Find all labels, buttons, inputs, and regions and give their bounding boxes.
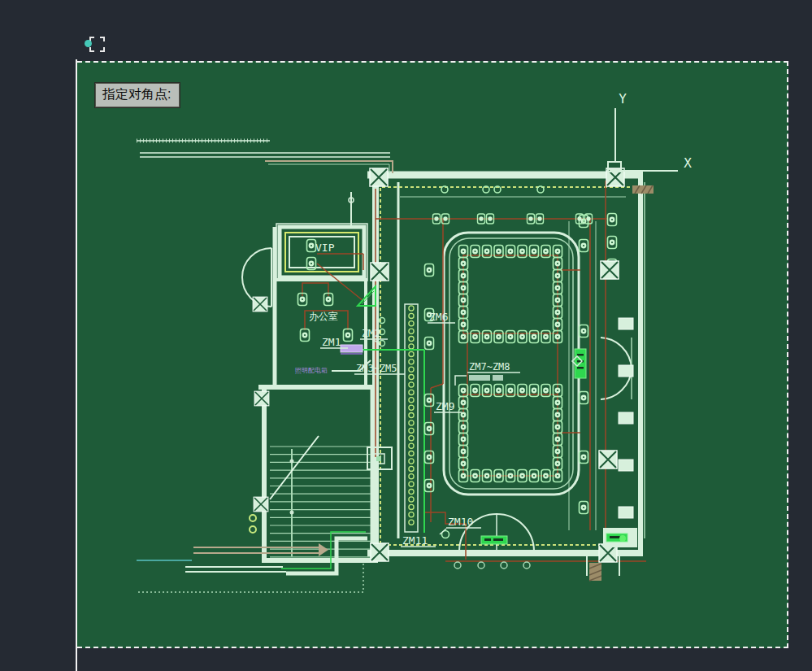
lamp-symbol bbox=[580, 502, 588, 514]
zm1-label: ZM1 bbox=[322, 336, 341, 348]
hatch-circle bbox=[409, 321, 414, 326]
lamp-symbol bbox=[580, 451, 588, 464]
lamp-symbol bbox=[425, 451, 434, 464]
column-xbox bbox=[601, 261, 619, 279]
hatch-circle bbox=[409, 375, 414, 380]
vip-label: VIP bbox=[315, 242, 335, 254]
column-xbox bbox=[371, 543, 389, 561]
lamp-symbol bbox=[530, 331, 539, 343]
lamp-symbol bbox=[425, 394, 434, 407]
command-prompt-tooltip: 指定对角点: bbox=[95, 83, 180, 107]
hatch-circle bbox=[409, 398, 414, 403]
zm6-label: ZM6 bbox=[429, 311, 448, 323]
command-prompt-text: 指定对角点: bbox=[102, 87, 171, 101]
hatch-circle bbox=[409, 459, 414, 464]
ucs-y-label: Y bbox=[619, 91, 627, 107]
lamp-symbol bbox=[425, 423, 434, 435]
ucs-icon: Y X bbox=[608, 91, 692, 172]
hatch-circle bbox=[409, 405, 414, 410]
lamp-symbol bbox=[344, 329, 353, 342]
drawing-viewport[interactable]: VIP 办公室 ZM1 ZM2 ZM3~ZM5 ZM6 ZM7~ZM8 ZM9 … bbox=[77, 61, 788, 648]
hatch-circle bbox=[409, 382, 414, 387]
lamp-symbol bbox=[518, 331, 527, 343]
lamp-symbol bbox=[506, 331, 515, 343]
window-column bbox=[619, 412, 633, 424]
column-xbox bbox=[254, 497, 268, 512]
command-area bbox=[0, 0, 812, 61]
hatch-circle bbox=[409, 420, 414, 425]
lamp-symbol bbox=[471, 331, 480, 343]
lamp-symbol bbox=[580, 240, 588, 252]
hatch-circle bbox=[409, 390, 414, 394]
northwest-corridor-lines bbox=[137, 141, 393, 227]
lamp-symbol bbox=[494, 331, 503, 343]
hatch-circle bbox=[409, 466, 414, 471]
zm3-5-label: ZM3~ZM5 bbox=[356, 363, 397, 374]
lamp-symbol bbox=[425, 338, 434, 350]
lamp-symbol bbox=[608, 237, 617, 249]
fixture-circle bbox=[537, 186, 544, 193]
floor-plan-svg: VIP 办公室 ZM1 ZM2 ZM3~ZM5 ZM6 ZM7~ZM8 ZM9 … bbox=[77, 63, 788, 650]
column-xbox bbox=[599, 451, 617, 468]
hatch-circle bbox=[409, 481, 414, 486]
cad-window: VIP 办公室 ZM1 ZM2 ZM3~ZM5 ZM6 ZM7~ZM8 ZM9 … bbox=[0, 0, 812, 671]
hatch-circle bbox=[409, 306, 414, 311]
lamp-symbol bbox=[425, 480, 434, 492]
hatch-circle bbox=[409, 428, 414, 433]
hatch-circle bbox=[409, 443, 414, 448]
panel-label: 照明配电箱 bbox=[295, 367, 328, 374]
hatch-circle bbox=[409, 497, 414, 502]
hatch-circle bbox=[409, 329, 414, 333]
lamp-symbol bbox=[301, 329, 310, 342]
hatch-circle bbox=[409, 351, 414, 356]
circle-hatch-partition bbox=[405, 304, 418, 532]
hatch-circle bbox=[409, 344, 414, 349]
inner-room bbox=[444, 233, 579, 495]
column-xbox bbox=[370, 168, 388, 186]
lamp-symbol bbox=[608, 214, 617, 226]
window-column bbox=[619, 460, 633, 471]
lamp-symbol bbox=[580, 392, 588, 404]
zm10-label: ZM10 bbox=[448, 516, 473, 528]
lamp-symbol bbox=[425, 264, 434, 277]
hatch-circle bbox=[409, 367, 414, 372]
hatched-block-northeast bbox=[632, 185, 654, 194]
lamp-symbol bbox=[541, 331, 550, 343]
lamp-symbol bbox=[483, 331, 492, 343]
column-xbox bbox=[254, 391, 269, 406]
window-column bbox=[619, 507, 633, 518]
hatch-circle bbox=[409, 512, 414, 517]
column-xbox bbox=[371, 263, 389, 281]
window-column bbox=[619, 318, 633, 329]
office-label: 办公室 bbox=[309, 311, 338, 322]
window-column bbox=[619, 365, 633, 377]
exit-sign-southeast bbox=[603, 528, 637, 547]
zm11-label: ZM11 bbox=[402, 534, 428, 547]
hatch-circle bbox=[409, 520, 414, 525]
zm2-label: ZM2 bbox=[362, 327, 380, 339]
hatch-circle bbox=[409, 337, 414, 342]
hatch-circle bbox=[409, 490, 414, 495]
column-xbox bbox=[253, 297, 267, 312]
lamp-symbol bbox=[307, 240, 316, 252]
ucs-x-label: X bbox=[684, 155, 692, 171]
hatch-circle bbox=[409, 359, 414, 364]
lamp-symbol bbox=[580, 325, 588, 338]
hatch-circle bbox=[409, 451, 414, 456]
hatch-circle bbox=[409, 313, 414, 318]
hatch-circle bbox=[409, 504, 414, 509]
selection-pickbox-icon bbox=[89, 37, 105, 52]
small-fixture-circles bbox=[380, 186, 545, 346]
zm7-8-label: ZM7~ZM8 bbox=[469, 361, 510, 373]
exit-sign-south bbox=[481, 536, 507, 544]
hatch-circle bbox=[409, 474, 414, 479]
zm9-label: ZM9 bbox=[436, 400, 454, 412]
hatch-circle bbox=[409, 436, 414, 441]
hatch-circle bbox=[409, 413, 414, 418]
